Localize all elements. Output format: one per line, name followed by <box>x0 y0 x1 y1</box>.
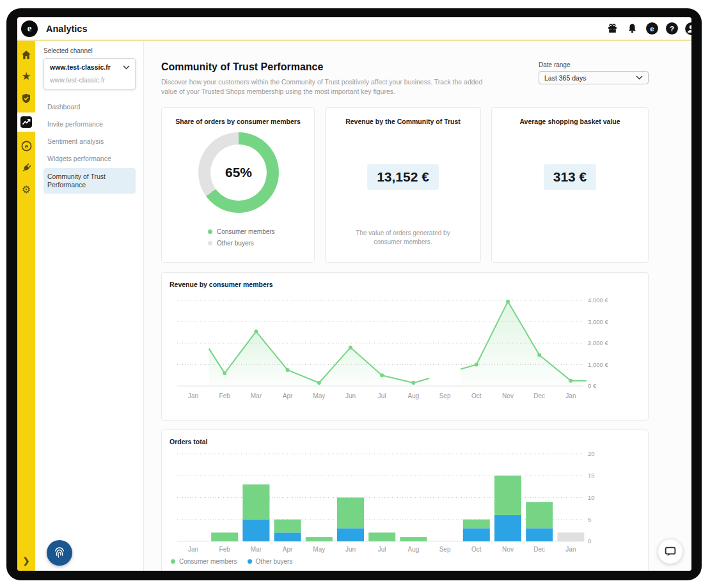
svg-text:10: 10 <box>588 494 595 501</box>
svg-text:Mar: Mar <box>251 546 262 553</box>
legend-dot <box>171 559 175 564</box>
nav-item-0[interactable]: Dashboard <box>43 98 136 116</box>
kpi-value: 313 € <box>544 164 597 190</box>
svg-text:1,000 €: 1,000 € <box>588 361 608 368</box>
sidebar-collapse-chevron[interactable]: ❯ <box>17 556 35 566</box>
card-footer-note: The value of orders generated by consume… <box>326 229 480 247</box>
card-average-basket: Average shopping basket value 313 € <box>491 107 649 263</box>
page-description: Discover how your customers within the C… <box>161 77 500 97</box>
gift-icon[interactable] <box>605 22 619 36</box>
card-share-of-orders: Share of orders by consumer members 65% … <box>161 107 315 263</box>
help-icon[interactable]: ? <box>665 22 679 36</box>
svg-text:Nov: Nov <box>502 392 514 399</box>
svg-text:Sep: Sep <box>439 392 451 399</box>
chat-bubble-icon <box>663 545 677 559</box>
star-icon[interactable]: ★ <box>17 69 35 84</box>
donut-center-value: 65% <box>225 165 252 180</box>
channel-option[interactable]: www.test-classic.fr <box>50 76 130 84</box>
svg-text:0: 0 <box>588 538 591 545</box>
channel-select[interactable]: www.test-classic.fr www.test-classic.fr <box>43 58 136 89</box>
app-window: e Analytics e ? <box>17 17 691 571</box>
home-icon[interactable] <box>17 47 35 62</box>
date-range-value: Last 365 days <box>544 74 586 82</box>
account-avatar-icon[interactable] <box>684 22 691 36</box>
svg-text:5: 5 <box>588 516 591 523</box>
svg-text:0 €: 0 € <box>588 382 597 389</box>
svg-text:Nov: Nov <box>502 546 514 553</box>
svg-text:e: e <box>24 143 28 150</box>
svg-text:3,000 €: 3,000 € <box>588 318 608 325</box>
kpi-value: 13,152 € <box>367 164 439 190</box>
bar-legend-item-1: Other buyers <box>248 558 293 565</box>
top-bar: e Analytics e ? <box>17 17 691 41</box>
window-frame: e Analytics e ? <box>6 8 702 580</box>
nav-menu: DashboardInvite performanceSentiment ana… <box>43 98 136 194</box>
orders-legend: Consumer membersOther buyers <box>168 557 648 565</box>
svg-text:Aug: Aug <box>408 392 420 399</box>
fingerprint-button[interactable] <box>47 540 72 566</box>
trustedshops-badge-icon[interactable]: e <box>17 139 35 153</box>
analytics-icon-active[interactable] <box>17 112 35 132</box>
date-range-select[interactable]: Last 365 days <box>539 71 649 84</box>
bar-legend-item-0: Consumer members <box>171 558 237 565</box>
legend-dot <box>248 559 252 564</box>
nav-item-4[interactable]: Community of Trust Performance <box>43 168 136 194</box>
card-title: Share of orders by consumer members <box>162 118 314 125</box>
nav-item-3[interactable]: Widgets performance <box>43 150 136 167</box>
legend-dot-other <box>208 241 212 245</box>
svg-text:Jan: Jan <box>565 392 576 399</box>
panel-title: Orders total <box>168 438 648 445</box>
bell-icon[interactable] <box>625 22 639 36</box>
nav-item-2[interactable]: Sentiment analysis <box>43 133 136 150</box>
page-title: Community of Trust Performance <box>161 61 500 73</box>
svg-text:Apr: Apr <box>283 392 293 399</box>
card-title: Revenue by the Community of Trust <box>326 118 480 125</box>
svg-text:Dec: Dec <box>533 392 545 399</box>
chevron-down-icon <box>636 75 643 80</box>
shield-check-icon[interactable] <box>17 91 35 105</box>
svg-text:e: e <box>650 25 654 33</box>
legend-label: Consumer members <box>217 228 275 235</box>
svg-text:15: 15 <box>588 472 595 479</box>
trustedshops-logo: e <box>21 20 38 37</box>
svg-text:Feb: Feb <box>219 546 231 553</box>
date-range-label: Date range <box>539 61 649 68</box>
panel-title: Revenue by consumer members <box>168 281 648 288</box>
card-title: Average shopping basket value <box>492 118 648 125</box>
gear-icon[interactable]: ⚙ <box>17 182 35 197</box>
donut-legend: Consumer members Other buyers <box>208 228 275 247</box>
svg-text:Jan: Jan <box>188 546 198 553</box>
svg-text:2,000 €: 2,000 € <box>588 339 608 346</box>
chat-button[interactable] <box>658 539 682 564</box>
svg-text:Mar: Mar <box>251 392 262 399</box>
nav-item-1[interactable]: Invite performance <box>43 116 136 133</box>
orders-bar-chart: 05101520JanFebMarAprMayJunJulAugSepOctNo… <box>168 445 643 554</box>
plug-icon[interactable] <box>17 160 35 175</box>
legend-dot-consumer <box>208 229 212 234</box>
icon-rail: ★ e ⚙ ❯ <box>17 41 35 571</box>
fingerprint-icon <box>52 545 67 561</box>
svg-text:Sep: Sep <box>439 546 451 553</box>
trustedshops-icon[interactable]: e <box>645 22 659 36</box>
svg-text:Feb: Feb <box>219 392 231 399</box>
svg-text:Jul: Jul <box>378 546 386 553</box>
svg-text:May: May <box>313 546 325 553</box>
svg-text:Dec: Dec <box>533 546 545 553</box>
logo-glyph: e <box>28 23 32 34</box>
svg-text:Oct: Oct <box>471 546 482 553</box>
svg-text:Jan: Jan <box>188 392 198 399</box>
svg-text:Jun: Jun <box>345 392 356 399</box>
svg-text:Apr: Apr <box>283 546 293 553</box>
panel-revenue-line: Revenue by consumer members 0 €1,000 €2,… <box>161 272 649 421</box>
svg-text:?: ? <box>669 25 674 33</box>
main-content: Community of Trust Performance Discover … <box>144 41 691 571</box>
svg-text:Jan: Jan <box>565 546 576 553</box>
card-revenue-community: Revenue by the Community of Trust 13,152… <box>325 107 481 263</box>
svg-text:Jul: Jul <box>378 392 386 399</box>
donut-ring: 65% <box>198 132 279 213</box>
channel-selected-value: www.test-classic.fr <box>50 63 111 71</box>
panel-orders-bar: Orders total 05101520JanFebMarAprMayJunJ… <box>161 429 649 571</box>
svg-text:Oct: Oct <box>471 392 482 399</box>
channel-label: Selected channel <box>43 47 136 54</box>
app-title: Analytics <box>46 24 87 34</box>
